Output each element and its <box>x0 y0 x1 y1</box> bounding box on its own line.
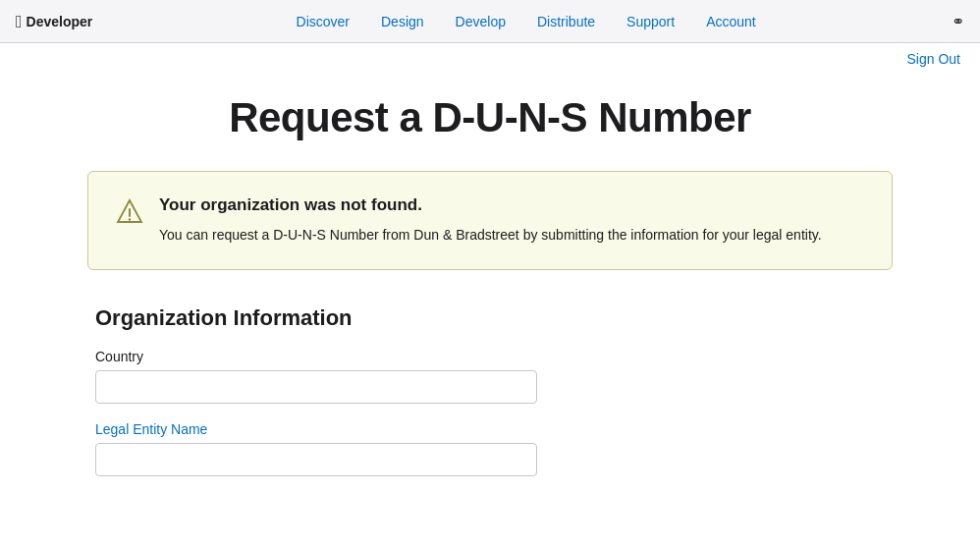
legal-entity-name-label: Legal Entity Name <box>95 421 893 437</box>
legal-entity-name-input[interactable] <box>95 443 537 476</box>
svg-point-1 <box>129 218 131 220</box>
nav-item-account[interactable]: Account <box>706 14 756 29</box>
page-title: Request a D-U-N-S Number <box>87 94 893 141</box>
legal-entity-name-field-group: Legal Entity Name <box>95 421 893 476</box>
section-title: Organization Information <box>95 305 893 331</box>
nav-links: Discover Design Develop Distribute Suppo… <box>100 14 952 29</box>
main-content: Request a D-U-N-S Number Your organizati… <box>68 75 912 514</box>
alert-box: Your organization was not found. You can… <box>87 171 893 270</box>
nav-item-develop[interactable]: Develop <box>456 14 506 29</box>
warning-icon <box>116 197 143 228</box>
country-input[interactable] <box>95 370 537 404</box>
nav-item-discover[interactable]: Discover <box>297 14 350 29</box>
nav-logo-text: Developer <box>27 14 93 29</box>
nav-logo:  Developer <box>16 13 92 30</box>
alert-content: Your organization was not found. You can… <box>159 195 822 246</box>
apple-icon:  <box>16 13 23 30</box>
nav-item-distribute[interactable]: Distribute <box>537 14 595 29</box>
navbar:  Developer Discover Design Develop Dist… <box>0 0 980 43</box>
country-label: Country <box>95 349 893 364</box>
sign-out-link[interactable]: Sign Out <box>907 51 960 67</box>
alert-title: Your organization was not found. <box>159 195 822 215</box>
nav-item-support[interactable]: Support <box>626 14 675 29</box>
nav-item-design[interactable]: Design <box>381 14 424 29</box>
nav-right: ⚭ <box>952 12 964 30</box>
organization-form: Organization Information Country Legal E… <box>87 305 893 476</box>
sign-out-bar: Sign Out <box>0 43 980 75</box>
alert-body: You can request a D-U-N-S Number from Du… <box>159 225 822 246</box>
search-icon[interactable]: ⚭ <box>952 12 964 30</box>
country-field-group: Country <box>95 349 893 404</box>
